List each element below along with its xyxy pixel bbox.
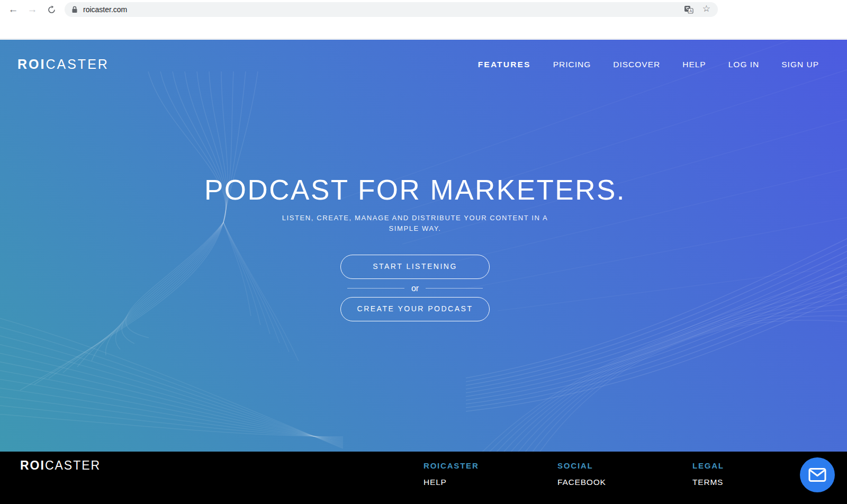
hero-content: PODCAST FOR MARKETERS. LISTEN, CREATE, M… — [0, 40, 839, 321]
footer-heading-roicaster: ROICASTER — [424, 461, 479, 470]
nav-features[interactable]: FEATURES — [478, 60, 531, 69]
hero-title: PODCAST FOR MARKETERS. — [0, 175, 839, 205]
hero-section: ROICASTER FEATURES PRICING DISCOVER HELP… — [0, 40, 847, 452]
nav-pricing[interactable]: PRICING — [553, 60, 591, 69]
bookmark-star-icon[interactable]: ☆ — [702, 3, 710, 14]
browser-reload-button[interactable] — [44, 3, 58, 16]
nav-signup[interactable]: SIGN UP — [781, 60, 819, 69]
footer: ROICASTER ROICASTER HELP SOCIAL FACEBOOK… — [0, 452, 847, 504]
or-divider: or — [347, 284, 483, 293]
footer-logo: ROICASTER — [20, 458, 101, 473]
browser-back-button[interactable]: ← — [6, 3, 20, 16]
main-nav: FEATURES PRICING DISCOVER HELP LOG IN SI… — [478, 60, 819, 69]
footer-logo-bold-text: ROI — [20, 458, 45, 472]
site-logo[interactable]: ROICASTER — [17, 57, 109, 72]
or-divider-text: or — [411, 284, 419, 293]
chat-button[interactable] — [800, 457, 835, 492]
hero-subtitle: LISTEN, CREATE, MANAGE AND DISTRIBUTE YO… — [267, 213, 563, 234]
create-podcast-button[interactable]: CREATE YOUR PODCAST — [340, 297, 490, 321]
nav-help[interactable]: HELP — [682, 60, 706, 69]
url-text: roicaster.com — [83, 5, 718, 14]
address-bar[interactable]: roicaster.com A ☆ — [65, 2, 718, 17]
start-listening-button[interactable]: START LISTENING — [340, 255, 490, 279]
nav-discover[interactable]: DISCOVER — [613, 60, 660, 69]
logo-bold-text: ROI — [17, 57, 46, 71]
footer-logo-light-text: CASTER — [45, 458, 101, 472]
footer-heading-social: SOCIAL — [557, 461, 593, 470]
browser-forward-button[interactable]: → — [25, 3, 39, 16]
footer-heading-legal: LEGAL — [692, 461, 724, 470]
translate-icon[interactable]: A — [684, 5, 693, 14]
footer-link-help[interactable]: HELP — [424, 478, 447, 487]
reload-icon — [47, 5, 56, 14]
lock-icon[interactable] — [71, 6, 78, 13]
svg-text:A: A — [689, 8, 692, 13]
footer-link-terms[interactable]: TERMS — [692, 478, 723, 487]
logo-light-text: CASTER — [46, 57, 109, 71]
browser-toolbar: ← → roicaster.com A ☆ — [0, 0, 847, 39]
nav-login[interactable]: LOG IN — [728, 60, 760, 69]
mail-icon — [808, 467, 826, 482]
footer-link-facebook[interactable]: FACEBOOK — [557, 478, 606, 487]
site-header: ROICASTER FEATURES PRICING DISCOVER HELP… — [0, 40, 847, 72]
